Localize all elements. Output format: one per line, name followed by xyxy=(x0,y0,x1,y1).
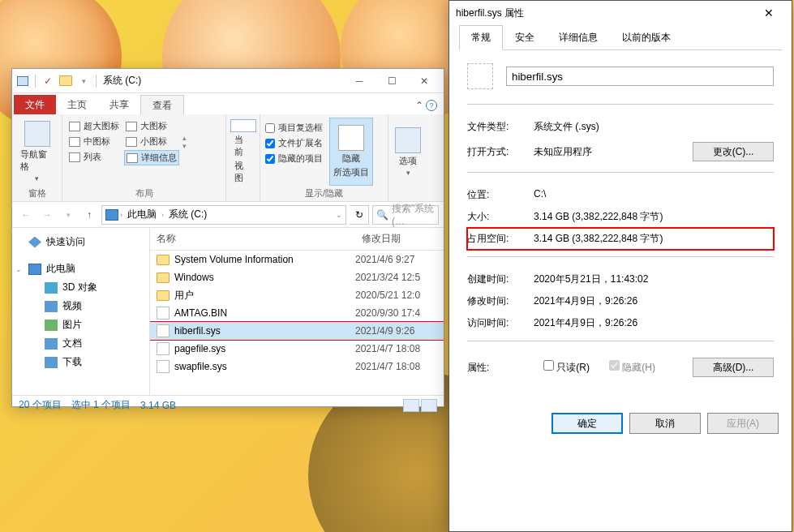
file-list-header: 名称 修改日期 xyxy=(150,228,444,251)
nav-pane-button[interactable]: 导航窗格 ▾ xyxy=(17,118,57,186)
file-row[interactable]: pagefile.sys2021/4/7 18:08 xyxy=(150,340,444,358)
ok-button[interactable]: 确定 xyxy=(552,413,623,434)
dialog-title: hiberfil.sys 属性 xyxy=(456,6,524,20)
tab-security[interactable]: 安全 xyxy=(503,25,547,50)
tab-home[interactable]: 主页 xyxy=(56,95,98,114)
status-count: 20 个项目 xyxy=(19,398,62,412)
filename-input[interactable] xyxy=(506,66,774,86)
qa-check-icon[interactable]: ✓ xyxy=(41,74,55,88)
file-list: 名称 修改日期 System Volume Information2021/4/… xyxy=(150,228,444,395)
refresh-button[interactable]: ↻ xyxy=(350,205,369,225)
file-icon xyxy=(157,360,170,373)
tab-file[interactable]: 文件 xyxy=(14,95,56,114)
change-button[interactable]: 更改(C)... xyxy=(693,142,774,161)
minimize-button[interactable]: ─ xyxy=(343,69,376,93)
file-name: pagefile.sys xyxy=(174,343,225,354)
nav-videos[interactable]: 视频 xyxy=(12,297,149,315)
window-icon xyxy=(15,74,30,88)
nav-3d-objects[interactable]: 3D 对象 xyxy=(12,278,149,297)
nav-downloads[interactable]: 下载 xyxy=(12,353,149,371)
nav-quick-access[interactable]: 快速访问 xyxy=(12,233,149,251)
breadcrumb-bar: ← → ▾ ↑ › 此电脑 › 系统 (C:) ⌄ ↻ 🔍 搜索"系统 (… xyxy=(12,202,444,228)
file-name: System Volume Information xyxy=(174,254,294,265)
ribbon: 导航窗格 ▾ 窗格 超大图标 中图标 列表 大图标 小图标 详细信息 ▴▾ 布局 xyxy=(12,114,444,202)
file-date: 2020/5/21 12:0 xyxy=(355,290,440,301)
advanced-button[interactable]: 高级(D)... xyxy=(693,358,774,377)
location-value: C:\ xyxy=(534,188,774,202)
folder-icon xyxy=(157,290,170,301)
nav-documents[interactable]: 文档 xyxy=(12,334,149,353)
search-icon: 🔍 xyxy=(376,209,388,221)
readonly-checkbox[interactable]: 只读(R) xyxy=(543,360,590,375)
qa-dropdown-icon[interactable]: ▾ xyxy=(76,74,91,88)
apply-button[interactable]: 应用(A) xyxy=(707,413,779,434)
file-explorer-window: ✓ ▾ 系统 (C:) ─ ☐ ✕ 文件 主页 共享 查看 ⌃? 导航窗格 ▾ … xyxy=(11,68,444,407)
file-row[interactable]: hiberfil.sys2021/4/9 9:26 xyxy=(150,322,444,340)
hidden-checkbox[interactable]: 隐藏(H) xyxy=(609,360,655,375)
size-on-disk-value: 3.14 GB (3,382,222,848 字节) xyxy=(534,232,774,246)
maximize-button[interactable]: ☐ xyxy=(376,69,408,93)
file-date: 2021/4/6 9:27 xyxy=(355,254,440,265)
extensions-toggle[interactable]: 文件扩展名 xyxy=(265,136,323,150)
file-row[interactable]: AMTAG.BIN2020/9/30 17:4 xyxy=(150,304,444,322)
ribbon-collapse-icon[interactable]: ⌃? xyxy=(409,97,444,114)
file-row[interactable]: System Volume Information2021/4/6 9:27 xyxy=(150,251,444,268)
hidden-toggle[interactable]: 隐藏的项目 xyxy=(265,152,323,165)
file-date: 2020/9/30 17:4 xyxy=(355,307,440,319)
opens-with-value: 未知应用程序 xyxy=(534,145,686,159)
forward-button[interactable]: → xyxy=(38,206,56,224)
layout-md[interactable]: 中图标 xyxy=(67,135,121,148)
file-row[interactable]: swapfile.sys2021/4/7 18:08 xyxy=(150,358,444,375)
search-input[interactable]: 🔍 搜索"系统 (… xyxy=(372,205,439,225)
details-view-icon[interactable] xyxy=(403,399,419,412)
options-icon xyxy=(395,127,421,153)
file-row[interactable]: Windows2021/3/24 12:5 xyxy=(150,268,444,286)
nav-this-pc[interactable]: ⌄此电脑 xyxy=(12,260,149,278)
drive-icon xyxy=(105,209,118,221)
tab-details[interactable]: 详细信息 xyxy=(547,25,610,50)
breadcrumb[interactable]: › 此电脑 › 系统 (C:) ⌄ xyxy=(101,205,346,225)
filetype-value: 系统文件 (.sys) xyxy=(534,120,774,134)
path-dropdown-icon[interactable]: ⌄ xyxy=(336,211,342,219)
history-dropdown[interactable]: ▾ xyxy=(59,206,77,224)
tab-general[interactable]: 常规 xyxy=(459,25,503,50)
created-value: 2020年5月21日，11:43:02 xyxy=(534,272,774,286)
file-row[interactable]: 用户2020/5/21 12:0 xyxy=(150,286,444,304)
layout-lg[interactable]: 大图标 xyxy=(124,119,179,133)
hide-items-button[interactable]: 隐藏 所选项目 xyxy=(329,118,373,186)
folder-icon xyxy=(157,255,170,265)
qa-folder-icon[interactable] xyxy=(58,74,73,88)
file-date: 2021/4/7 18:08 xyxy=(355,361,440,372)
file-name: AMTAG.BIN xyxy=(174,307,227,319)
tab-share[interactable]: 共享 xyxy=(98,95,140,114)
cancel-button[interactable]: 取消 xyxy=(629,413,701,434)
tab-view[interactable]: 查看 xyxy=(140,95,184,114)
file-name: swapfile.sys xyxy=(174,361,227,372)
file-icon xyxy=(157,342,170,355)
file-name: hiberfil.sys xyxy=(174,325,221,337)
layout-details[interactable]: 详细信息 xyxy=(124,150,179,165)
checkboxes-toggle[interactable]: 项目复选框 xyxy=(265,121,323,135)
thumbnails-view-icon[interactable] xyxy=(421,399,437,412)
props-tabs: 常规 安全 详细信息 以前的版本 xyxy=(459,25,782,50)
back-button[interactable]: ← xyxy=(17,206,35,224)
file-date: 2021/4/7 18:08 xyxy=(355,343,440,354)
col-date[interactable]: 修改日期 xyxy=(355,228,440,250)
nav-pane-icon xyxy=(24,121,50,147)
close-button[interactable]: ✕ xyxy=(408,69,440,93)
nav-pictures[interactable]: 图片 xyxy=(12,315,149,334)
size-value: 3.14 GB (3,382,222,848 字节) xyxy=(534,210,774,224)
col-name[interactable]: 名称 xyxy=(150,228,355,250)
options-button[interactable]: 选项 ▾ xyxy=(393,118,423,186)
layout-xl[interactable]: 超大图标 xyxy=(67,119,121,133)
accessed-value: 2021年4月9日，9:26:26 xyxy=(534,316,774,330)
up-button[interactable]: ↑ xyxy=(80,206,98,224)
status-bar: 20 个项目 选中 1 个项目 3.14 GB xyxy=(12,395,444,414)
dialog-close-button[interactable]: ✕ xyxy=(753,2,785,24)
file-icon xyxy=(157,324,170,337)
layout-sm[interactable]: 小图标 xyxy=(124,135,179,148)
properties-dialog: hiberfil.sys 属性 ✕ 常规 安全 详细信息 以前的版本 文件类型:… xyxy=(449,0,792,532)
current-view-button[interactable]: 当前 视图 xyxy=(231,118,255,186)
layout-list[interactable]: 列表 xyxy=(67,150,121,164)
tab-previous-versions[interactable]: 以前的版本 xyxy=(610,25,683,50)
